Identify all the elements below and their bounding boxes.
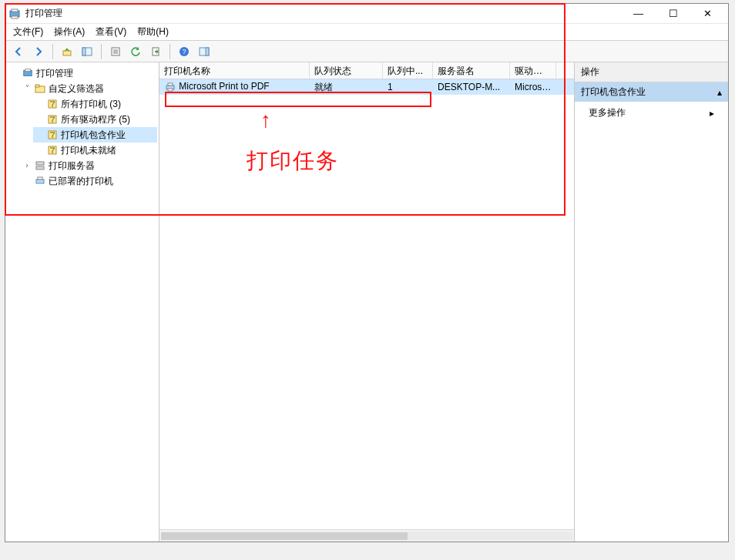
col-printer-name[interactable]: 打印机名称 [159, 62, 310, 79]
tree-pane[interactable]: 打印管理 ˅ 自定义筛选器 [5, 62, 159, 542]
svg-rect-16 [25, 69, 31, 72]
up-button[interactable] [59, 43, 76, 60]
svg-text:?: ? [182, 48, 186, 55]
scrollbar-thumb[interactable] [161, 532, 408, 540]
maximize-button[interactable]: ☐ [656, 4, 690, 23]
menu-view[interactable]: 查看(V) [96, 25, 126, 39]
window-controls: — ☐ ✕ [621, 4, 725, 23]
svg-rect-29 [168, 89, 173, 91]
window-title: 打印管理 [25, 7, 62, 20]
printer-icon [164, 81, 176, 93]
tree-printers-with-jobs-label: 打印机包含作业 [61, 127, 126, 143]
tree-all-printers[interactable]: 所有打印机 (3) [33, 96, 157, 112]
col-server-name[interactable]: 服务器名 [433, 62, 510, 79]
tree-deployed-printers-label: 已部署的打印机 [49, 173, 113, 189]
menu-action[interactable]: 操作(A) [54, 25, 85, 39]
filter-icon [46, 113, 59, 126]
filter-icon [46, 98, 59, 110]
show-hide-actions-button[interactable] [196, 43, 213, 60]
actions-section[interactable]: 打印机包含作业 ▴ [575, 82, 728, 102]
col-queue-status[interactable]: 队列状态 [310, 62, 383, 79]
server-icon [34, 159, 46, 172]
actions-more-label: 更多操作 [589, 106, 626, 119]
horizontal-scrollbar[interactable] [159, 529, 574, 542]
svg-rect-14 [206, 48, 209, 55]
tree-custom-filters[interactable]: ˅ 自定义筛选器 [21, 81, 157, 96]
tree-root-label: 打印管理 [36, 65, 73, 81]
actions-header: 操作 [575, 62, 728, 82]
expander-icon[interactable]: ˅ [22, 81, 32, 96]
cell-queue-status: 就绪 [310, 79, 383, 96]
col-queue-count[interactable]: 队列中... [383, 62, 433, 79]
svg-rect-3 [63, 51, 71, 55]
properties-button[interactable] [107, 43, 124, 60]
list-blank-area[interactable] [159, 95, 574, 529]
expander-icon[interactable]: › [22, 158, 32, 173]
app-icon [8, 8, 21, 20]
cell-server-name: DESKTOP-M... [433, 80, 510, 94]
folder-icon [34, 82, 46, 95]
tree-printers-with-jobs[interactable]: 打印机包含作业 [33, 127, 157, 143]
close-button[interactable]: ✕ [690, 4, 725, 23]
svg-rect-18 [35, 85, 39, 87]
tree-all-printers-label: 所有打印机 (3) [61, 96, 121, 112]
printer-icon [34, 175, 46, 187]
tree-printers-not-ready[interactable]: 打印机未就绪 [33, 143, 157, 158]
toolbar-separator [52, 44, 53, 59]
filter-icon [46, 129, 59, 141]
show-hide-tree-button[interactable] [79, 43, 96, 60]
svg-rect-23 [36, 162, 44, 165]
menu-file[interactable]: 文件(F) [13, 25, 43, 39]
help-button[interactable]: ? [176, 43, 193, 60]
cell-driver-name: Microsoft [510, 80, 556, 94]
list-header: 打印机名称 队列状态 队列中... 服务器名 驱动程序名 [159, 62, 574, 79]
cell-printer-name-text: Microsoft Print to PDF [179, 81, 269, 92]
back-button[interactable] [10, 43, 27, 60]
tree-all-drivers-label: 所有驱动程序 (5) [61, 112, 130, 127]
actions-more[interactable]: 更多操作 ▸ [575, 102, 728, 124]
refresh-button[interactable] [127, 43, 144, 60]
toolbar-separator [101, 44, 102, 59]
forward-button[interactable] [30, 43, 47, 60]
menubar: 文件(F) 操作(A) 查看(V) 帮助(H) [5, 24, 728, 41]
svg-rect-24 [36, 166, 44, 169]
minimize-button[interactable]: — [621, 4, 656, 23]
titlebar: 打印管理 — ☐ ✕ [5, 4, 728, 24]
list-row[interactable]: Microsoft Print to PDF 就绪 1 DESKTOP-M...… [159, 79, 574, 95]
toolbar-separator [169, 44, 170, 59]
tree-print-servers[interactable]: › 打印服务器 [21, 158, 157, 173]
svg-rect-1 [12, 9, 18, 12]
body-area: 打印管理 ˅ 自定义筛选器 [5, 62, 728, 542]
tree-root[interactable]: 打印管理 [8, 65, 157, 81]
toolbar: ? [5, 41, 728, 62]
chevron-right-icon: ▸ [710, 108, 714, 119]
col-driver-name[interactable]: 驱动程序名 [510, 62, 556, 79]
collapse-icon: ▴ [717, 87, 722, 98]
tree-custom-filters-label: 自定义筛选器 [49, 81, 104, 96]
cell-queue-count: 1 [383, 80, 433, 94]
list-pane: 打印机名称 队列状态 队列中... 服务器名 驱动程序名 Microsoft P… [159, 62, 574, 542]
tree-printers-not-ready-label: 打印机未就绪 [61, 143, 116, 158]
export-button[interactable] [147, 43, 164, 60]
app-window: 打印管理 — ☐ ✕ 文件(F) 操作(A) 查看(V) 帮助(H) [5, 3, 729, 542]
menu-help[interactable]: 帮助(H) [137, 25, 169, 39]
actions-pane: 操作 打印机包含作业 ▴ 更多操作 ▸ [574, 62, 728, 542]
filter-icon [46, 144, 59, 156]
tree-print-servers-label: 打印服务器 [49, 158, 95, 173]
svg-rect-2 [12, 16, 18, 18]
svg-rect-28 [168, 83, 173, 86]
cell-printer-name: Microsoft Print to PDF [159, 79, 310, 95]
actions-section-label: 打印机包含作业 [581, 86, 646, 99]
print-management-icon [22, 67, 34, 79]
tree-deployed-printers[interactable]: 已部署的打印机 [21, 173, 157, 189]
svg-rect-5 [82, 48, 86, 55]
tree-all-drivers[interactable]: 所有驱动程序 (5) [33, 112, 157, 127]
svg-rect-26 [38, 177, 42, 179]
svg-rect-25 [36, 179, 44, 183]
